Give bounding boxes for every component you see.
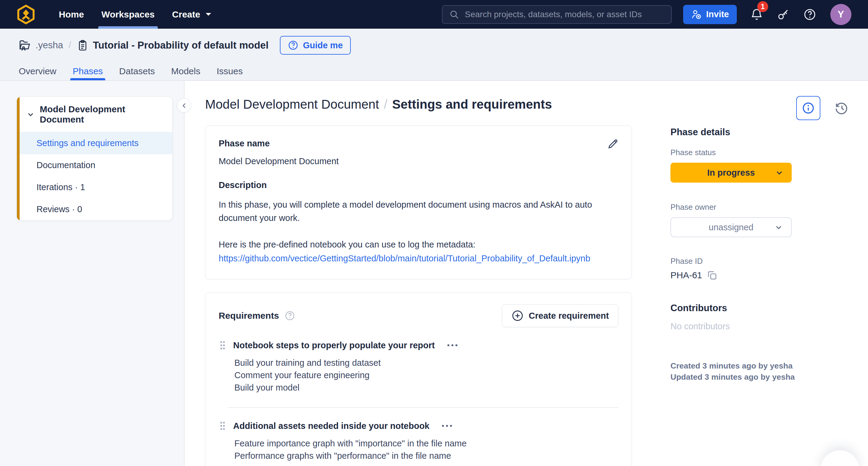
- vectice-logo[interactable]: [17, 4, 35, 25]
- tab-datasets[interactable]: Datasets: [119, 62, 155, 80]
- contributors-empty-text: No contributors: [671, 321, 797, 331]
- description-paragraph-2: Here is the pre-defined notebook you can…: [219, 238, 618, 251]
- plus-circle-icon: [511, 309, 524, 322]
- content-area: Model Development Document Settings and …: [0, 81, 868, 466]
- requirement-body: Feature importance graph with "importanc…: [234, 437, 618, 462]
- sidebar-item-iterations[interactable]: Iterations · 1: [20, 176, 172, 198]
- requirement-item-header: Notebook steps to properly populate your…: [219, 340, 618, 351]
- top-navbar: Home Workspaces Create Invite 1 Y: [0, 0, 868, 29]
- phase-sidebar: Model Development Document Settings and …: [0, 81, 185, 466]
- phase-history-button[interactable]: [834, 100, 849, 116]
- phase-owner-label: Phase owner: [671, 203, 797, 212]
- project-title: Tutorial - Probability of default model: [93, 39, 269, 51]
- invite-user-icon: [691, 9, 702, 20]
- drag-handle-icon[interactable]: [219, 420, 226, 431]
- page-title-section: Settings and requirements: [392, 97, 552, 112]
- nav-link-home[interactable]: Home: [59, 0, 84, 29]
- notifications-button[interactable]: 1: [750, 8, 763, 21]
- breadcrumb-separator: /: [68, 40, 71, 51]
- more-options-icon[interactable]: [441, 424, 453, 428]
- chevron-left-icon: [181, 102, 188, 109]
- project-tabs: Overview Phases Datasets Models Issues: [0, 62, 868, 81]
- requirements-card: Requirements Create requirement: [205, 292, 632, 466]
- requirements-title: Requirements: [219, 311, 279, 321]
- more-options-icon[interactable]: [446, 343, 459, 347]
- breadcrumb-workspace[interactable]: .yesha: [36, 40, 63, 51]
- workspace-folder-icon: [18, 39, 31, 52]
- phase-id-label: Phase ID: [671, 257, 797, 266]
- active-tab-indicator: [70, 78, 105, 80]
- updated-text: Updated 3 minutes ago by yesha: [671, 372, 797, 383]
- pencil-icon: [607, 137, 619, 150]
- phase-settings-card: Phase name Model Development Document De…: [205, 125, 632, 279]
- page-header-actions: [796, 96, 849, 120]
- phase-name-label: Phase name: [219, 139, 618, 148]
- page-title: Model Development Document / Settings an…: [205, 97, 632, 112]
- nav-link-create[interactable]: Create: [172, 0, 212, 29]
- guide-me-button[interactable]: Guide me: [280, 36, 350, 55]
- requirement-title: Additional assets needed inside your not…: [233, 421, 430, 431]
- created-text: Created 3 minutes ago by yesha: [671, 360, 797, 372]
- description-label: Description: [219, 180, 618, 190]
- phase-status-stripe: [17, 97, 20, 220]
- user-avatar[interactable]: Y: [830, 4, 851, 25]
- tab-phases[interactable]: Phases: [73, 62, 103, 80]
- phase-details-title: Phase details: [671, 127, 797, 138]
- active-nav-indicator: [98, 26, 157, 29]
- phase-name-value: Model Development Document: [219, 156, 618, 166]
- tab-models[interactable]: Models: [171, 62, 200, 80]
- breadcrumb: .yesha / Tutorial - Probability of defau…: [0, 29, 868, 62]
- tab-overview[interactable]: Overview: [19, 62, 56, 80]
- edit-phase-button[interactable]: [607, 137, 619, 150]
- phase-meta: Created 3 minutes ago by yesha Updated 3…: [671, 360, 797, 383]
- phase-id-value: PHA-61: [671, 270, 702, 281]
- search-icon: [449, 9, 459, 20]
- requirement-item-header: Additional assets needed inside your not…: [219, 420, 618, 431]
- api-key-button[interactable]: [777, 8, 790, 21]
- notification-count-badge: 1: [757, 1, 768, 12]
- page-title-phase: Model Development Document: [205, 97, 379, 112]
- phase-group-toggle[interactable]: Model Development Document: [20, 97, 172, 132]
- requirement-item: Notebook steps to properly populate your…: [219, 340, 618, 394]
- phase-main: Model Development Document / Settings an…: [185, 81, 868, 466]
- chevron-down-icon: [775, 168, 784, 177]
- key-icon: [777, 8, 790, 21]
- invite-button[interactable]: Invite: [683, 5, 737, 24]
- create-requirement-button[interactable]: Create requirement: [502, 304, 618, 327]
- phase-details-panel: Phase details Phase status In progress P…: [671, 95, 797, 383]
- sidebar-item-reviews[interactable]: Reviews · 0: [20, 198, 172, 220]
- phase-content-column: Model Development Document / Settings an…: [205, 95, 632, 466]
- question-circle-icon: [288, 40, 299, 51]
- global-search[interactable]: [442, 5, 672, 24]
- chevron-down-icon: [26, 110, 35, 119]
- caret-down-icon: [205, 12, 212, 17]
- primary-nav: Home Workspaces Create: [59, 0, 212, 29]
- history-clock-icon: [834, 100, 849, 116]
- nav-link-workspaces[interactable]: Workspaces: [101, 0, 154, 29]
- description-paragraph: In this phase, you will complete a model…: [219, 198, 617, 225]
- phase-info-button[interactable]: [796, 96, 820, 120]
- chevron-down-icon: [774, 223, 783, 232]
- project-clipboard-icon: [76, 39, 89, 51]
- requirements-header: Requirements Create requirement: [219, 304, 618, 327]
- search-input[interactable]: [465, 10, 664, 19]
- requirement-item: Additional assets needed inside your not…: [219, 420, 618, 462]
- phase-owner-dropdown[interactable]: unassigned: [671, 217, 792, 237]
- project-header: .yesha / Tutorial - Probability of defau…: [0, 29, 868, 81]
- collapse-sidebar-button[interactable]: [177, 98, 191, 113]
- notebook-link[interactable]: https://github.com/vectice/GettingStarte…: [219, 252, 590, 265]
- drag-handle-icon[interactable]: [219, 340, 226, 351]
- sidebar-item-settings-and-requirements[interactable]: Settings and requirements: [20, 132, 172, 154]
- page-title-separator: /: [384, 97, 388, 112]
- requirement-divider: [228, 407, 618, 408]
- phase-nav-card: Model Development Document Settings and …: [17, 96, 173, 221]
- requirements-help-icon[interactable]: [284, 310, 295, 321]
- tab-issues[interactable]: Issues: [217, 62, 243, 80]
- info-circle-icon: [802, 101, 815, 115]
- help-button[interactable]: [803, 8, 816, 21]
- phase-status-dropdown[interactable]: In progress: [671, 163, 792, 183]
- sidebar-item-documentation[interactable]: Documentation: [20, 154, 172, 176]
- help-circle-icon: [803, 8, 816, 21]
- copy-icon[interactable]: [706, 269, 718, 281]
- requirement-title: Notebook steps to properly populate your…: [233, 341, 435, 350]
